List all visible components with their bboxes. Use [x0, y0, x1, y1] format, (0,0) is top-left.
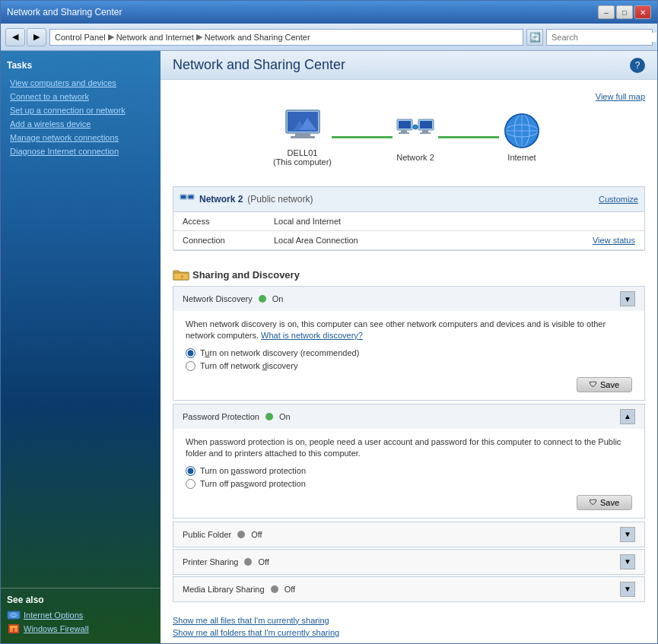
sidebar-item-view-computers[interactable]: View computers and devices	[7, 77, 154, 89]
connector-2	[438, 136, 499, 138]
turn-on-password-label: Turn on password protection	[200, 466, 306, 475]
content-area: Network and Sharing Center ? View full m…	[161, 51, 657, 643]
windows-firewall-label: Windows Firewall	[24, 624, 89, 633]
svg-rect-21	[422, 130, 428, 132]
sidebar-item-windows-firewall[interactable]: Windows Firewall	[7, 623, 154, 634]
search-box[interactable]: 🔍	[546, 29, 653, 46]
turn-on-password-option[interactable]: Turn on password protection	[186, 466, 632, 476]
connector-line-1	[332, 136, 393, 138]
show-folders-link[interactable]: Show me all folders that I'm currently s…	[173, 628, 645, 637]
forward-button[interactable]: ▶	[27, 28, 46, 46]
title-bar: Network and Sharing Center – □ ✕	[1, 1, 657, 24]
path-sep-2: ▶	[196, 32, 202, 42]
sharing-folder-icon	[173, 268, 188, 281]
svg-rect-7	[10, 626, 17, 628]
sharing-title: Sharing and Discovery	[192, 269, 300, 281]
access-value: Local and Internet	[274, 217, 635, 226]
public-folder-text: Public Folder	[183, 530, 231, 539]
network-discovery-label: Network Discovery On	[183, 294, 283, 303]
turn-on-password-radio[interactable]	[186, 466, 195, 476]
windows-firewall-icon	[7, 623, 21, 634]
network-discovery-text: Network Discovery	[183, 294, 253, 303]
minimize-button[interactable]: –	[598, 5, 615, 19]
network-discovery-desc: When network discovery is on, this compu…	[186, 319, 632, 342]
printer-sharing-status: Off	[258, 557, 269, 566]
help-button[interactable]: ?	[630, 58, 645, 73]
network-name-text: Network 2	[199, 194, 243, 205]
svg-rect-22	[420, 132, 431, 134]
back-button[interactable]: ◀	[5, 28, 25, 46]
connection-value: Local Area Connection	[274, 236, 593, 245]
printer-sharing-chevron[interactable]: ▼	[620, 554, 635, 569]
media-library-status-dot	[271, 585, 278, 593]
main-layout: Tasks View computers and devices Connect…	[1, 51, 657, 643]
refresh-button[interactable]: 🔄	[526, 29, 543, 46]
svg-rect-18	[399, 132, 409, 134]
map-item-computer: DELL01(This computer)	[273, 107, 332, 167]
password-protection-save-button[interactable]: 🛡 Save	[577, 495, 632, 510]
network-info-icon	[180, 193, 195, 205]
network-discovery-chevron[interactable]: ▼	[620, 291, 635, 306]
path-control-panel[interactable]: Control Panel	[55, 33, 106, 42]
printer-sharing-label-group: Printer Sharing Off	[183, 557, 335, 566]
network-discovery-header[interactable]: Network Discovery On ▼	[173, 287, 644, 311]
maximize-button[interactable]: □	[616, 5, 633, 19]
password-protection-chevron[interactable]: ▲	[620, 409, 635, 424]
window: Network and Sharing Center – □ ✕ ◀ ▶ Con…	[0, 0, 658, 644]
network-discovery-status: On	[272, 294, 284, 303]
password-protection-status-dot	[265, 413, 273, 420]
svg-rect-34	[189, 195, 193, 198]
sidebar-item-connect-network[interactable]: Connect to a network	[7, 90, 154, 103]
password-protection-header[interactable]: Password Protection On ▲	[173, 404, 644, 429]
password-protection-text: Password Protection	[183, 412, 259, 421]
close-button[interactable]: ✕	[634, 5, 651, 19]
media-library-panel: Media Library Sharing Off ▼	[173, 576, 645, 602]
turn-off-discovery-option[interactable]: Turn off network discovery	[186, 361, 632, 371]
show-files-link[interactable]: Show me all files that I'm currently sha…	[173, 616, 645, 625]
tasks-title: Tasks	[7, 60, 154, 71]
address-path[interactable]: Control Panel ▶ Network and Internet ▶ N…	[49, 29, 523, 46]
address-bar: ◀ ▶ Control Panel ▶ Network and Internet…	[1, 24, 657, 51]
view-full-map-link[interactable]: View full map	[596, 92, 645, 101]
public-folder-header[interactable]: Public Folder Off ▼	[173, 522, 644, 547]
internet-options-label: Internet Options	[24, 611, 83, 620]
path-current: Network and Sharing Center	[205, 33, 310, 42]
turn-off-password-option[interactable]: Turn off password protection	[186, 479, 632, 489]
sidebar-item-setup-connection[interactable]: Set up a connection or network	[7, 104, 154, 116]
public-folder-status: Off	[251, 530, 262, 539]
connector-1	[332, 136, 393, 138]
turn-off-password-radio[interactable]	[186, 479, 195, 489]
network-discovery-save-button[interactable]: 🛡 Save	[577, 377, 632, 392]
media-library-header[interactable]: Media Library Sharing Off ▼	[173, 577, 644, 601]
save-icon: 🛡	[590, 380, 597, 389]
public-folder-chevron[interactable]: ▼	[620, 527, 635, 542]
svg-rect-16	[399, 121, 411, 128]
turn-on-discovery-option[interactable]: Turn on network discovery (recommended)	[186, 348, 632, 358]
network-discovery-body: When network discovery is on, this compu…	[173, 311, 644, 400]
sidebar: Tasks View computers and devices Connect…	[1, 51, 161, 643]
sidebar-item-add-wireless[interactable]: Add a wireless device	[7, 118, 154, 130]
svg-rect-32	[181, 195, 186, 198]
turn-off-discovery-radio[interactable]	[186, 361, 195, 371]
sidebar-item-manage-connections[interactable]: Manage network connections	[7, 132, 154, 144]
sidebar-item-diagnose[interactable]: Diagnose Internet connection	[7, 145, 154, 157]
search-input[interactable]	[552, 33, 656, 42]
access-row: Access Local and Internet	[173, 212, 644, 231]
printer-sharing-header[interactable]: Printer Sharing Off ▼	[173, 550, 644, 574]
printer-sharing-status-dot	[244, 558, 252, 566]
password-protection-save-area: 🛡 Save	[186, 495, 632, 510]
svg-rect-17	[401, 130, 407, 132]
password-protection-label: Password Protection On	[183, 412, 291, 421]
turn-on-discovery-radio[interactable]	[186, 348, 195, 358]
customize-link[interactable]: Customize	[599, 195, 638, 204]
path-network-internet[interactable]: Network and Internet	[116, 33, 194, 42]
media-library-chevron[interactable]: ▼	[620, 582, 635, 597]
turn-off-discovery-label: Turn off network discovery	[200, 361, 297, 370]
view-status-link[interactable]: View status	[593, 236, 635, 245]
sidebar-item-internet-options[interactable]: Internet Options	[7, 610, 154, 620]
info-section: Network 2 (Public network) Customize Acc…	[161, 186, 657, 257]
map-label-computer: DELL01(This computer)	[273, 148, 332, 167]
map-label-internet: Internet	[507, 153, 536, 162]
network-discovery-link[interactable]: What is network discovery?	[261, 331, 363, 340]
content-header: Network and Sharing Center ?	[161, 51, 657, 80]
